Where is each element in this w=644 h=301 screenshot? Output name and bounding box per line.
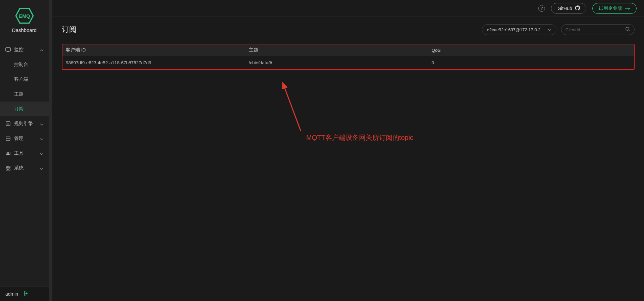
sidebar-item-label: 客户端 <box>14 76 28 82</box>
sidebar-group-label: 系统 <box>14 165 24 171</box>
sidebar-group-label: 规则引擎 <box>14 121 33 127</box>
page-title: 订阅 <box>62 25 77 35</box>
monitor-icon <box>5 47 11 52</box>
rules-icon <box>5 121 11 126</box>
sidebar-group-system[interactable]: 系统 <box>0 161 49 176</box>
sidebar-item-subscriptions[interactable]: 订阅 <box>0 102 49 116</box>
emq-logo: EMQ <box>15 8 34 24</box>
col-topic: 主题 <box>245 44 428 56</box>
github-icon <box>575 5 580 11</box>
enterprise-button[interactable]: 试用企业版 <box>592 3 637 14</box>
svg-rect-7 <box>9 166 10 167</box>
sidebar-group-manage[interactable]: 管理 <box>0 131 49 146</box>
annotation-text: MQTT客户端设备网关所订阅的topic <box>306 133 413 142</box>
svg-rect-3 <box>6 137 10 140</box>
topbar: ? GitHub 试用企业版 <box>52 0 644 17</box>
sidebar-item-topics[interactable]: 主题 <box>0 87 49 102</box>
client-search[interactable] <box>561 24 635 35</box>
sidebar-item-label: 主题 <box>14 91 24 97</box>
search-icon[interactable] <box>625 27 630 33</box>
arrow-right-icon <box>625 6 630 11</box>
annotation-arrow <box>281 81 308 135</box>
sidebar-nav: 监控 控制台 客户端 主题 订阅 规则引擎 <box>0 40 49 286</box>
sidebar-footer[interactable]: admin <box>0 286 49 301</box>
sidebar-item-clients[interactable]: 客户端 <box>0 72 49 87</box>
svg-point-10 <box>626 27 629 30</box>
help-icon[interactable]: ? <box>538 5 545 12</box>
main: ? GitHub 试用企业版 订阅 e2cae92c1697@172.17.0. <box>52 0 644 301</box>
svg-rect-4 <box>6 152 8 155</box>
cell-qos: 0 <box>428 56 634 70</box>
col-client-id: 客户端 ID <box>62 44 245 56</box>
github-button[interactable]: GitHub <box>551 3 586 14</box>
logo-text: EMQ <box>19 13 30 18</box>
chevron-down-icon <box>40 151 43 156</box>
manage-icon <box>5 136 11 141</box>
sidebar-group-label: 工具 <box>14 150 24 156</box>
content: 订阅 e2cae92c1697@172.17.0.2 <box>52 17 644 301</box>
sidebar-group-label: 管理 <box>14 136 24 142</box>
button-label: GitHub <box>557 6 572 11</box>
current-user: admin <box>5 291 18 297</box>
sidebar-item-label: 订阅 <box>14 106 24 112</box>
client-search-input[interactable] <box>565 27 622 32</box>
tools-icon <box>5 151 11 156</box>
button-label: 试用企业版 <box>599 5 622 11</box>
sidebar-item-console[interactable]: 控制台 <box>0 57 49 72</box>
sidebar-group-tools[interactable]: 工具 <box>0 146 49 161</box>
chevron-down-icon <box>40 121 43 126</box>
subscriptions-table-wrap: 客户端 ID 主题 QoS 98897df9-e623-4e52-a118-67… <box>62 44 635 70</box>
table-row[interactable]: 98897df9-e623-4e52-a118-67b87627d7d9 /ch… <box>62 56 634 70</box>
svg-rect-8 <box>6 169 7 170</box>
svg-rect-1 <box>6 48 10 51</box>
cell-client-id: 98897df9-e623-4e52-a118-67b87627d7d9 <box>62 56 245 70</box>
cell-topic: /chiefdata/# <box>245 56 428 70</box>
svg-rect-5 <box>8 152 10 155</box>
brand-block: EMQ Dashboard <box>0 0 49 40</box>
col-qos: QoS <box>428 44 634 56</box>
sidebar-item-label: 控制台 <box>14 62 28 68</box>
chevron-down-icon <box>40 136 43 141</box>
sidebar-group-rules[interactable]: 规则引擎 <box>0 116 49 131</box>
sidebar-scrollbar[interactable] <box>49 0 52 301</box>
chevron-down-icon <box>548 28 551 32</box>
header-controls: e2cae92c1697@172.17.0.2 <box>482 24 635 35</box>
table-header-row: 客户端 ID 主题 QoS <box>62 44 634 56</box>
brand-subtitle: Dashboard <box>12 27 37 33</box>
svg-rect-6 <box>6 166 7 167</box>
svg-rect-2 <box>6 122 10 126</box>
system-icon <box>5 165 11 171</box>
page-header: 订阅 e2cae92c1697@172.17.0.2 <box>62 24 635 35</box>
svg-rect-9 <box>9 169 10 170</box>
subscriptions-table: 客户端 ID 主题 QoS 98897df9-e623-4e52-a118-67… <box>62 44 634 69</box>
sidebar-group-label: 监控 <box>14 47 24 53</box>
node-selector-value: e2cae92c1697@172.17.0.2 <box>487 27 541 32</box>
node-selector[interactable]: e2cae92c1697@172.17.0.2 <box>482 24 556 35</box>
sidebar: EMQ Dashboard 监控 控制台 客户端 <box>0 0 49 301</box>
svg-line-12 <box>283 83 301 131</box>
sidebar-group-monitor[interactable]: 监控 <box>0 42 49 57</box>
chevron-up-icon <box>40 47 43 52</box>
chevron-down-icon <box>40 165 43 171</box>
logout-icon[interactable] <box>24 291 29 297</box>
